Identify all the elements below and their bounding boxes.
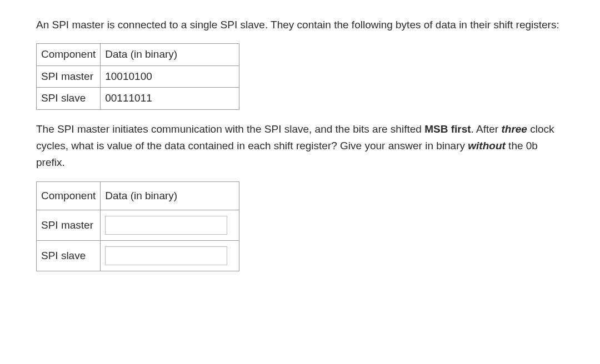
spi-slave-answer-input[interactable]: [105, 246, 227, 265]
question-paragraph: The SPI master initiates communication w…: [36, 121, 564, 171]
intro-paragraph: An SPI master is connected to a single S…: [36, 17, 564, 33]
cell-data: 10010100: [101, 65, 239, 87]
table-header-data: Data (in binary): [101, 181, 239, 210]
table-row: SPI master: [37, 210, 239, 241]
table-header-component: Component: [37, 44, 101, 65]
cell-component: SPI slave: [37, 88, 101, 109]
three-emphasis: three: [501, 123, 527, 135]
cell-component: SPI slave: [37, 241, 101, 271]
answer-table: Component Data (in binary) SPI master SP…: [36, 181, 239, 271]
answer-cell-master: [101, 210, 239, 241]
cell-component: SPI master: [37, 210, 101, 241]
answer-cell-slave: [101, 241, 239, 271]
msb-first-emphasis: MSB first: [424, 123, 471, 135]
table-header-component: Component: [37, 181, 101, 210]
table-row: SPI slave: [37, 241, 239, 271]
cell-data: 00111011: [101, 88, 239, 109]
table-header-data: Data (in binary): [101, 44, 239, 65]
question-text-part2: . After: [471, 123, 502, 135]
table-header-row: Component Data (in binary): [37, 181, 239, 210]
table-row: SPI master 10010100: [37, 65, 239, 87]
spi-master-answer-input[interactable]: [105, 216, 227, 235]
table-row: SPI slave 00111011: [37, 88, 239, 109]
cell-component: SPI master: [37, 65, 101, 87]
question-text-part1: The SPI master initiates communication w…: [36, 123, 424, 135]
without-emphasis: without: [468, 140, 506, 151]
table-header-row: Component Data (in binary): [37, 44, 239, 65]
initial-data-table: Component Data (in binary) SPI master 10…: [36, 43, 239, 109]
